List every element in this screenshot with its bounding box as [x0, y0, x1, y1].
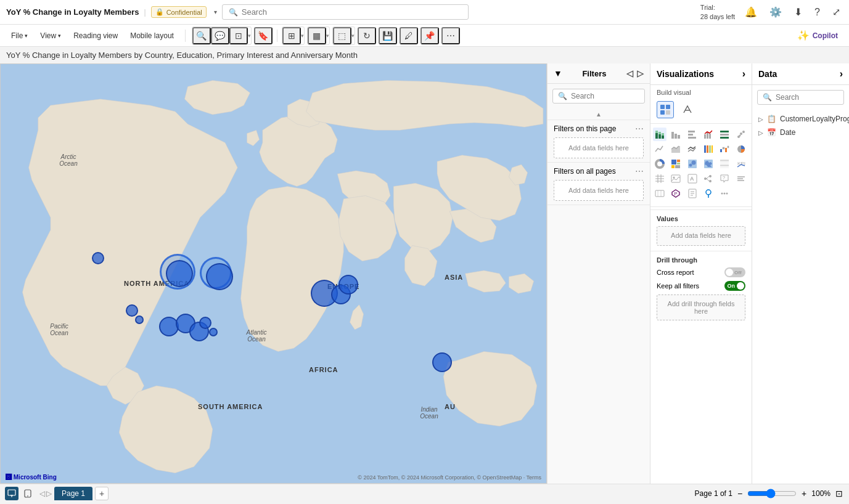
file-menu[interactable]: File ▾: [6, 29, 33, 43]
svg-rect-6: [655, 133, 658, 139]
save-btn[interactable]: 💾: [379, 27, 397, 44]
next-page-btn[interactable]: ▷: [46, 489, 52, 498]
format-icon: [682, 104, 693, 115]
viz-treemap[interactable]: [669, 157, 683, 171]
viz-azure-map[interactable]: [702, 187, 715, 200]
mobile-view-btn[interactable]: [21, 487, 35, 500]
desktop-view-btn[interactable]: [5, 487, 18, 500]
filters-panel: ▼ Filters ◁ ▷ 🔍 ▲ Filters on this page ⋯: [547, 63, 650, 484]
collapse-icon: ▲: [596, 111, 602, 118]
svg-rect-31: [709, 145, 711, 153]
filters-panel-header: ▼ Filters ◁ ▷: [548, 63, 650, 84]
svg-rect-11: [662, 133, 664, 136]
trial-label: Trial:: [700, 3, 735, 12]
settings-button[interactable]: ⚙️: [767, 4, 784, 20]
viz-expand-btn[interactable]: ›: [742, 68, 745, 79]
more-btn[interactable]: ⋯: [441, 27, 460, 44]
data-item-customer[interactable]: ▷ 📋 CustomerLoyaltyProgr...: [758, 112, 843, 126]
zoom-slider[interactable]: [747, 489, 797, 498]
bubble-india: [432, 352, 452, 372]
viz-kpi[interactable]: KPI: [734, 157, 748, 171]
format-btn[interactable]: ▦: [308, 27, 326, 44]
viz-decomp-tree[interactable]: [702, 172, 715, 185]
filter-pin-btn[interactable]: 📌: [420, 27, 439, 44]
drill-through-section: Drill through Cross report Off Keep all …: [650, 251, 752, 325]
filters-expand-icon[interactable]: ▷: [637, 68, 644, 78]
viz-paginated[interactable]: [686, 187, 699, 200]
viz-area[interactable]: [669, 142, 683, 156]
viz-donut[interactable]: [653, 157, 666, 171]
viz-more[interactable]: [718, 187, 731, 200]
viz-image[interactable]: [669, 172, 683, 185]
filter-collapse[interactable]: ▲: [548, 108, 650, 120]
viz-pie[interactable]: [734, 142, 748, 156]
cross-report-toggle[interactable]: Off: [724, 267, 745, 277]
viz-smart-narrative[interactable]: [734, 172, 748, 185]
search-perspectives-btn[interactable]: 🔍: [192, 27, 211, 44]
viz-stacked-line[interactable]: [686, 142, 699, 156]
fit-page-btn[interactable]: ⊡: [835, 489, 843, 498]
eraser-btn[interactable]: 🖊: [400, 27, 418, 44]
top-search-box[interactable]: 🔍: [222, 4, 469, 20]
viz-scatter[interactable]: [734, 128, 748, 141]
add-page-btn[interactable]: +: [95, 487, 109, 500]
viz-metrics[interactable]: [653, 187, 666, 200]
viz-matrix[interactable]: [718, 157, 731, 171]
filters-search-input[interactable]: [571, 92, 663, 100]
viz-mode-format[interactable]: [679, 101, 696, 118]
copilot-button[interactable]: ✨ Copilot: [792, 27, 843, 44]
data-btn[interactable]: ⬚: [333, 27, 351, 44]
data-search-input[interactable]: [776, 93, 849, 102]
report-dropdown[interactable]: ▾: [214, 9, 217, 15]
view-menu[interactable]: View ▾: [35, 29, 66, 43]
filters-this-page-label: Filters on this page: [554, 124, 616, 133]
viz-combo[interactable]: [702, 128, 715, 141]
viz-table[interactable]: [653, 172, 666, 185]
viz-ribbon[interactable]: [702, 142, 715, 156]
viz-panel-header: Visualizations ›: [650, 63, 752, 85]
mobile-layout-button[interactable]: Mobile layout: [125, 29, 179, 43]
help-button[interactable]: ?: [812, 4, 822, 20]
arctic-ocean-label: ArcticOcean: [50, 153, 87, 167]
viz-qanda[interactable]: ?: [718, 172, 731, 185]
zoom-out-btn[interactable]: −: [737, 489, 742, 498]
search-input[interactable]: [242, 7, 462, 17]
data-expand-btn[interactable]: ›: [840, 68, 843, 79]
filters-all-pages-more[interactable]: ⋯: [635, 166, 644, 176]
zoom-in-btn[interactable]: +: [802, 489, 806, 498]
viz-line[interactable]: [653, 142, 666, 156]
viz-waterfall[interactable]: [718, 142, 731, 156]
download-button[interactable]: ⬇: [792, 4, 805, 20]
viz-mode-fields[interactable]: [657, 101, 674, 118]
viz-stacked-bar[interactable]: [653, 128, 666, 141]
filters-search-box[interactable]: 🔍: [552, 89, 645, 104]
data-search-box[interactable]: 🔍: [757, 90, 844, 105]
filters-this-page-more[interactable]: ⋯: [635, 124, 644, 134]
keep-filters-toggle[interactable]: On: [724, 281, 745, 291]
svg-rect-33: [720, 149, 722, 152]
viz-bar-chart[interactable]: [669, 128, 683, 141]
prev-page-btn[interactable]: ◁: [39, 489, 45, 498]
text-box-btn[interactable]: ⊡: [229, 27, 248, 44]
notifications-button[interactable]: 🔔: [742, 4, 760, 20]
filters-back-icon[interactable]: ◁: [626, 68, 633, 78]
bookmark-btn[interactable]: 🔖: [254, 27, 273, 44]
viz-map-bubble[interactable]: [686, 157, 699, 171]
refresh-btn[interactable]: ↻: [358, 27, 376, 44]
page-nav: ◁ ▷: [39, 489, 52, 498]
viz-map-filled[interactable]: [702, 157, 715, 171]
share-button[interactable]: ⤢: [830, 4, 843, 20]
viz-100pct-bar[interactable]: [718, 128, 731, 141]
insert-btn[interactable]: ⊞: [282, 27, 301, 44]
drill-through-label: Drill through: [657, 256, 745, 264]
svg-rect-34: [723, 147, 724, 149]
viz-text[interactable]: A: [686, 172, 699, 185]
viz-power-apps[interactable]: P: [669, 187, 683, 200]
page-tab-1[interactable]: Page 1: [54, 487, 92, 500]
data-item-date[interactable]: ▷ 📅 Date: [758, 126, 843, 139]
svg-point-25: [740, 132, 742, 135]
comment-btn[interactable]: 💬: [211, 27, 229, 44]
reading-view-button[interactable]: Reading view: [68, 29, 123, 43]
page-info: Page 1 of 1: [695, 489, 732, 498]
viz-horiz-bar[interactable]: [686, 128, 699, 141]
